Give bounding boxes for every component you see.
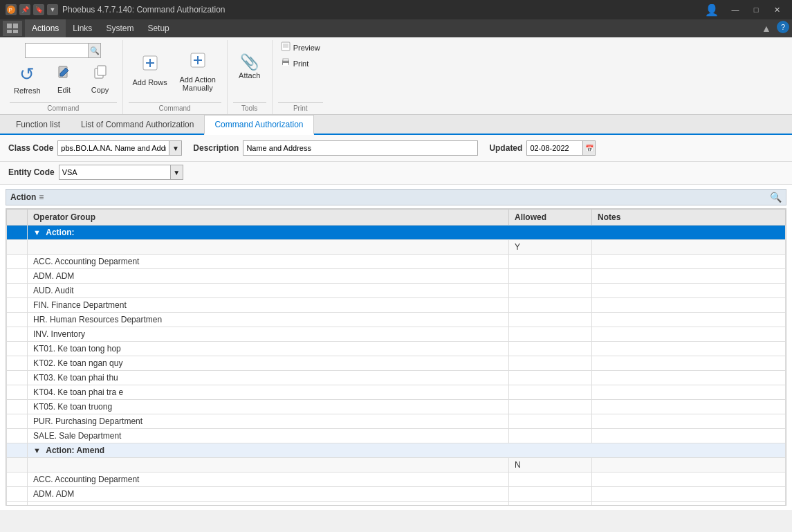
titlebar-controls: — □ ✕ [726, 3, 786, 17]
filter-icon: ≡ [39, 192, 44, 202]
expand-icon[interactable]: ▼ [33, 228, 41, 237]
search-button[interactable]: 🔍 [88, 44, 100, 57]
notes-cell [592, 284, 786, 298]
table-row[interactable]: ▶ ▼ Action: [7, 226, 786, 240]
ribbon-command-section: 🔍 ↺ Refresh Edit Copy Command [4, 40, 123, 114]
maximize-button[interactable]: □ [746, 3, 766, 17]
class-code-dropdown[interactable]: ▼ [169, 141, 181, 155]
calendar-icon[interactable]: 📅 [582, 141, 595, 155]
table-row[interactable]: AUD. Audit [7, 502, 786, 506]
row-indicator [7, 371, 28, 385]
table-row[interactable]: PUR. Purchasing Department [7, 414, 786, 429]
row-indicator [7, 385, 28, 400]
notes-cell [592, 400, 786, 414]
col-allowed: Allowed [509, 210, 592, 226]
updated-field[interactable] [527, 144, 582, 152]
class-code-field[interactable] [58, 144, 169, 152]
help-button[interactable]: ? [777, 21, 789, 33]
main-content: Class Code ▼ Description Updated 📅 Entit… [0, 135, 792, 510]
svg-rect-5 [13, 30, 18, 33]
attach-button[interactable]: 📎 Attach [233, 51, 266, 92]
allowed-cell: Y [509, 240, 592, 255]
tab-list-command[interactable]: List of Command Authorization [71, 115, 204, 135]
svg-rect-19 [283, 59, 288, 61]
table-row[interactable]: Y [7, 240, 786, 255]
table-row[interactable]: ADM. ADM [7, 487, 786, 502]
allowed-cell [509, 385, 592, 400]
svg-text:P: P [9, 7, 12, 13]
svg-rect-3 [13, 24, 18, 28]
preview-button[interactable]: Preview [278, 40, 323, 55]
operator-cell: ACC. Accounting Deparment [28, 473, 509, 487]
class-code-label: Class Code [8, 143, 53, 153]
operator-cell: SALE. Sale Department [28, 429, 509, 443]
grid-search[interactable]: 🔍 [770, 192, 782, 203]
allowed-cell [509, 284, 592, 298]
tab-command-authorization[interactable]: Command Authorization [204, 115, 313, 135]
copy-button[interactable]: Copy [84, 61, 117, 102]
tools-section-label: Tools [233, 102, 266, 114]
table-row[interactable]: FIN. Finance Department [7, 298, 786, 313]
copy-label: Copy [91, 86, 109, 94]
dropdown-icon[interactable]: ▼ [47, 4, 58, 15]
edit-button[interactable]: Edit [48, 61, 81, 102]
form-area: Class Code ▼ Description Updated 📅 [0, 135, 792, 162]
class-code-input[interactable]: ▼ [57, 140, 182, 156]
refresh-button[interactable]: ↺ Refresh [10, 61, 45, 102]
bookmark-icon[interactable]: 🔖 [33, 4, 44, 15]
tab-function-list[interactable]: Function list [6, 115, 71, 135]
table-row[interactable]: KT05. Ke toan truong [7, 400, 786, 414]
pin-icon[interactable]: 📌 [19, 4, 30, 15]
operator-cell: PUR. Purchasing Department [28, 414, 509, 429]
ribbon-print-section: Preview Print Print [273, 40, 329, 114]
table-row[interactable]: KT03. Ke toan phai thu [7, 371, 786, 385]
grid-search-icon[interactable]: 🔍 [770, 192, 782, 203]
titlebar: P 📌 🔖 ▼ Phoebus 4.7.7.140: Command Autho… [0, 0, 792, 19]
operator-cell: KT05. Ke toan truong [28, 400, 509, 414]
table-row[interactable]: SALE. Sale Department [7, 429, 786, 443]
ribbon-search-box[interactable]: 🔍 [25, 43, 101, 58]
table-row[interactable]: KT01. Ke toan tong hop [7, 342, 786, 356]
notes-cell [592, 487, 786, 502]
tabbar: Function list List of Command Authorizat… [0, 115, 792, 135]
description-field[interactable] [243, 144, 477, 152]
table-row[interactable]: ADM. ADM [7, 269, 786, 284]
table-row[interactable]: HR. Human Resources Departmen [7, 313, 786, 327]
table-row[interactable]: ACC. Accounting Deparment [7, 255, 786, 269]
table-row[interactable]: ACC. Accounting Deparment [7, 473, 786, 487]
expand-icon[interactable]: ▼ [33, 446, 41, 455]
ribbon-tools-section: 📎 Attach Tools [228, 40, 273, 114]
add-rows-button[interactable]: Add Rows [129, 51, 172, 92]
allowed-cell [509, 502, 592, 506]
menu-actions[interactable]: Actions [25, 19, 66, 37]
row-indicator [7, 342, 28, 356]
minimize-button[interactable]: — [726, 3, 745, 17]
table-row[interactable]: ▼ Action: Amend [7, 443, 786, 458]
table-row[interactable]: INV. Inventory [7, 327, 786, 342]
description-input[interactable] [243, 140, 478, 156]
entity-code-input[interactable]: ▼ [59, 165, 183, 180]
updated-input[interactable]: 📅 [526, 140, 596, 156]
group-label-cell: ▼ Action: Amend [28, 443, 786, 458]
menu-links[interactable]: Links [66, 19, 99, 37]
row-indicator [7, 487, 28, 502]
entity-code-field[interactable] [59, 168, 170, 176]
search-input[interactable] [26, 46, 88, 55]
entity-code-dropdown[interactable]: ▼ [170, 165, 183, 179]
table-row[interactable]: AUD. Audit [7, 284, 786, 298]
table-scroll[interactable]: Operator Group Allowed Notes ▶ ▼ Action: [6, 208, 786, 506]
menu-setup[interactable]: Setup [140, 19, 176, 37]
add-action-button[interactable]: Add Action Manually [174, 48, 221, 95]
row-indicator [7, 400, 28, 414]
collapse-ribbon-button[interactable]: ▲ [759, 21, 774, 36]
table-row[interactable]: KT02. Ke toan ngan quy [7, 356, 786, 371]
home-button[interactable] [3, 21, 22, 36]
table-row[interactable]: N [7, 458, 786, 473]
print-button[interactable]: Print [278, 56, 323, 71]
close-button[interactable]: ✕ [767, 3, 786, 17]
edit-icon [56, 64, 73, 84]
menu-system[interactable]: System [99, 19, 140, 37]
table-row[interactable]: KT04. Ke toan phai tra e [7, 385, 786, 400]
preview-icon [281, 42, 291, 53]
add-action-label: Add Action Manually [178, 75, 217, 92]
